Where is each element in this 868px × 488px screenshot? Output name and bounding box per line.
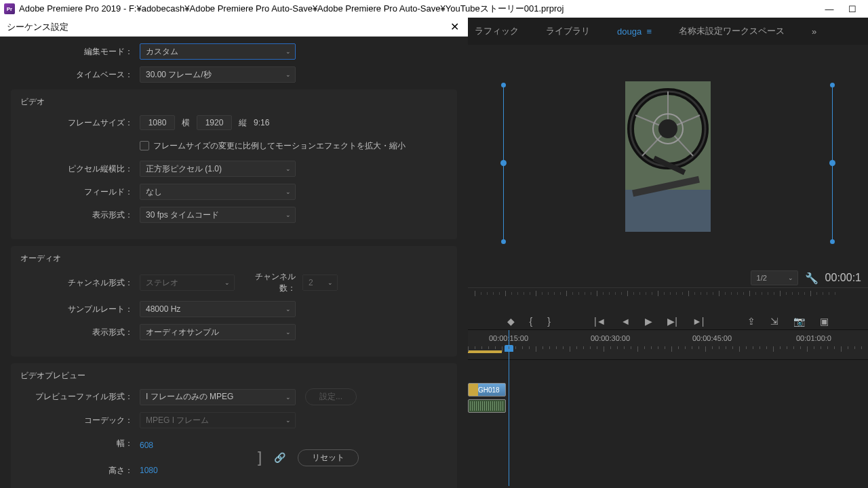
- timeline-panel: 00:00:15:00 00:00:30:00 00:00:45:00 00:0…: [468, 329, 868, 488]
- frame-height-input[interactable]: 1920: [197, 115, 232, 130]
- audio-display-select[interactable]: オーディオサンプル⌄: [140, 324, 296, 340]
- step-forward-icon[interactable]: ▶|: [667, 316, 677, 327]
- channel-count-select: 2⌄: [302, 274, 338, 291]
- zoom-select[interactable]: 1/2⌄: [751, 270, 798, 285]
- aspect-ratio: 9:16: [254, 118, 269, 127]
- chevron-down-icon: ⌄: [285, 71, 291, 78]
- preview-image: [625, 81, 711, 232]
- dialog-title: シーケンス設定: [7, 21, 448, 33]
- in-point-icon[interactable]: {: [530, 316, 533, 327]
- window-title: Adobe Premiere Pro 2019 - F:¥adobecash¥A…: [19, 3, 818, 15]
- link-icon[interactable]: 🔗: [274, 452, 285, 463]
- timebase-label: タイムベース：: [11, 69, 140, 81]
- channel-format-select: ステレオ⌄: [140, 274, 235, 291]
- workspace-overflow[interactable]: »: [812, 26, 816, 37]
- dialog-titlebar: シーケンス設定 ✕: [0, 18, 468, 37]
- edit-mode-select[interactable]: カスタム⌄: [140, 43, 296, 60]
- chevron-down-icon: ⌄: [328, 279, 333, 286]
- lift-icon[interactable]: ⇪: [747, 316, 755, 327]
- codec-select: MPEG I フレーム⌄: [140, 412, 296, 428]
- workspace-bar: ラフィック ライブラリ douga ≡ 名称未設定ワークスペース »: [468, 18, 868, 45]
- out-handle[interactable]: [832, 85, 833, 241]
- timeline-ruler[interactable]: 00:00:15:00 00:00:30:00 00:00:45:00 00:0…: [468, 330, 868, 360]
- monitor-controls-row: 体表示⌄ 1/2⌄ 🔧 00:00:1: [468, 268, 868, 287]
- pixel-aspect-label: ピクセル縦横比：: [20, 163, 140, 175]
- playhead[interactable]: [509, 330, 509, 486]
- height-label: 高さ：: [20, 465, 140, 476]
- chevron-down-icon: ⌄: [285, 211, 291, 218]
- wrench-icon[interactable]: 🔧: [805, 272, 818, 285]
- scale-motion-checkbox[interactable]: [140, 141, 149, 150]
- chevron-down-icon: ⌄: [285, 188, 291, 195]
- pixel-aspect-select[interactable]: 正方形ピクセル (1.0)⌄: [140, 161, 296, 177]
- preview-width-value[interactable]: 608: [140, 441, 153, 450]
- work-area-bar[interactable]: [468, 350, 502, 353]
- program-monitor[interactable]: [468, 45, 868, 268]
- maximize-button[interactable]: ☐: [841, 1, 864, 16]
- chevron-down-icon: ⌄: [285, 329, 291, 336]
- fields-label: フィールド：: [20, 186, 140, 198]
- preview-format-label: プレビューファイル形式：: [20, 391, 140, 403]
- video-preview-section: ビデオプレビュー プレビューファイル形式： I フレームのみの MPEG⌄ 設定…: [11, 363, 457, 488]
- video-section: ビデオ フレームサイズ： 1080 横 1920 縦 9:16 フレームサイズの…: [11, 89, 457, 239]
- timebase-select[interactable]: 30.00 フレーム/秒⌄: [140, 66, 296, 83]
- workspace-tab-active[interactable]: douga ≡: [617, 26, 652, 37]
- export-frame-icon[interactable]: 📷: [793, 316, 805, 327]
- chevron-down-icon: ⌄: [285, 48, 291, 55]
- bracket-icon: ]: [258, 449, 262, 466]
- channel-count-label: チャンネル数：: [235, 271, 302, 294]
- preview-format-select[interactable]: I フレームのみの MPEG⌄: [140, 389, 296, 405]
- svg-point-9: [658, 119, 677, 138]
- chevron-down-icon: ⌄: [788, 274, 793, 281]
- chevron-down-icon: ⌄: [285, 165, 291, 172]
- minimize-button[interactable]: —: [818, 1, 841, 16]
- monitor-timecode[interactable]: 00:00:1: [825, 272, 861, 284]
- frame-h-unit: 縦: [232, 117, 254, 129]
- sample-rate-label: サンプルレート：: [20, 304, 140, 315]
- preview-height-value[interactable]: 1080: [140, 466, 158, 475]
- chevron-down-icon: ⌄: [224, 279, 230, 286]
- sample-rate-select[interactable]: 48000 Hz⌄: [140, 301, 296, 317]
- chevron-down-icon: ⌄: [285, 394, 291, 401]
- display-format-label: 表示形式：: [20, 209, 140, 221]
- play-icon[interactable]: ▶: [645, 316, 652, 327]
- audio-display-label: 表示形式：: [20, 327, 140, 338]
- channel-format-label: チャンネル形式：: [20, 277, 140, 289]
- workspace-tab[interactable]: ライブラリ: [546, 25, 590, 37]
- window-titlebar: Pr Adobe Premiere Pro 2019 - F:¥adobecas…: [0, 0, 868, 18]
- chevron-down-icon: ⌄: [285, 417, 291, 424]
- close-icon[interactable]: ✕: [448, 20, 461, 33]
- in-handle[interactable]: [503, 85, 504, 241]
- app-logo-icon: Pr: [4, 3, 15, 14]
- fields-select[interactable]: なし⌄: [140, 184, 296, 200]
- audio-section: オーディオ チャンネル形式： ステレオ⌄ チャンネル数： 2⌄ サンプルレート：…: [11, 246, 457, 357]
- frame-size-label: フレームサイズ：: [20, 117, 140, 129]
- goto-out-icon[interactable]: ►|: [692, 316, 705, 327]
- marker-icon[interactable]: ◆: [507, 316, 515, 327]
- codec-label: コーデック：: [20, 415, 140, 426]
- workspace-tab[interactable]: 名称未設定ワークスペース: [679, 25, 785, 37]
- extract-icon[interactable]: ⇲: [770, 316, 778, 327]
- chevron-down-icon: ⌄: [285, 306, 291, 312]
- scale-motion-label: フレームサイズの変更に比例してモーションエフェクトを拡大・縮小: [153, 140, 406, 152]
- display-format-select[interactable]: 30 fps タイムコード⌄: [140, 207, 296, 223]
- sequence-settings-dialog: シーケンス設定 ✕ 編集モード： カスタム⌄ タイムベース： 30.00 フレー…: [0, 18, 468, 488]
- frame-w-unit: 横: [175, 117, 197, 129]
- reset-button[interactable]: リセット: [298, 449, 359, 466]
- step-back-icon[interactable]: ◄: [620, 316, 630, 327]
- preview-settings-button: 設定...: [305, 388, 357, 405]
- frame-width-input[interactable]: 1080: [140, 115, 175, 130]
- workspace-tab[interactable]: ラフィック: [475, 25, 519, 37]
- svg-rect-1: [625, 190, 711, 232]
- timeline-mark: 00:01:00:0: [796, 334, 831, 342]
- monitor-ruler[interactable]: [468, 287, 868, 308]
- video-clip[interactable]: GH018: [468, 383, 506, 396]
- audio-clip[interactable]: [468, 399, 506, 413]
- compare-icon[interactable]: ▣: [820, 316, 829, 327]
- out-point-icon[interactable]: }: [547, 316, 551, 327]
- goto-in-icon[interactable]: |◄: [594, 316, 606, 327]
- edit-mode-label: 編集モード：: [11, 46, 140, 58]
- timeline-mark: 00:00:30:00: [591, 334, 630, 342]
- timeline-mark: 00:00:45:00: [692, 334, 732, 342]
- width-label: 幅：: [20, 438, 140, 449]
